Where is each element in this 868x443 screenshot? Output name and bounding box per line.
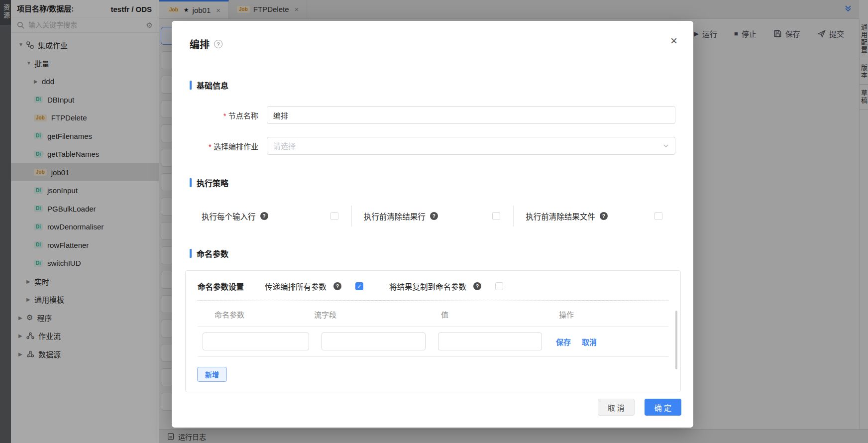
close-icon[interactable]: ×: [670, 35, 677, 47]
node-name-row: 节点名称: [190, 106, 675, 124]
strategy-checkbox[interactable]: [492, 212, 500, 220]
table-header-2: 流字段: [314, 309, 441, 320]
strategy-options: 执行每个输入行?执行前清除结果行?执行前清除结果文件?: [190, 206, 675, 226]
params-table-header: 命名参数流字段值操作: [198, 309, 668, 327]
help-icon[interactable]: ?: [214, 40, 222, 48]
strategy-option-1: 执行前清除结果行?: [351, 206, 514, 226]
strategy-checkbox[interactable]: [654, 212, 662, 220]
strategy-option-label: 执行前清除结果行?: [364, 211, 438, 222]
help-icon[interactable]: ?: [430, 212, 438, 220]
section-accent-bar: [190, 81, 192, 90]
strategy-checkbox[interactable]: [330, 212, 338, 220]
table-header-1: 命名参数: [215, 309, 314, 320]
strategy-option-label: 执行前清除结果文件?: [526, 211, 608, 222]
params-table-row: 保存 取消: [198, 327, 668, 357]
strategy-option-2: 执行前清除结果文件?: [513, 206, 675, 226]
help-icon[interactable]: ?: [333, 282, 341, 290]
named-params-panel: 命名参数设置 传递编排所有参数?✓将结果复制到命名参数? 命名参数流字段值操作 …: [185, 270, 681, 392]
params-option-checkbox[interactable]: [495, 282, 503, 290]
job-select[interactable]: [267, 137, 675, 155]
section-accent-bar: [190, 178, 192, 187]
table-header-4: 操作: [559, 309, 668, 320]
row-save-link[interactable]: 保存: [556, 336, 571, 347]
section-exec-strategy: 执行策略: [190, 177, 675, 189]
chevron-down-icon: [662, 142, 669, 149]
dotted-divider: [198, 300, 668, 301]
application-window: 资源 项目名称/数据层: testfr / ODS ⚙ ▼集成作业▼批量▶ddd…: [0, 0, 868, 443]
strategy-label: 执行每个输入行: [202, 211, 256, 222]
modal-confirm-button[interactable]: 确 定: [645, 399, 681, 416]
orchestration-modal: 编排 ? × 基础信息 节点名称 选择编排作业 执行策略 执行每个输入行?执行: [172, 21, 693, 428]
modal-title: 编排: [190, 37, 210, 51]
strategy-label: 执行前清除结果文件: [526, 211, 595, 222]
help-icon[interactable]: ?: [600, 212, 608, 220]
node-name-input[interactable]: [267, 106, 675, 124]
table-scrollbar[interactable]: [675, 311, 677, 369]
job-select-label: 选择编排作业: [190, 141, 258, 151]
job-select-row: 选择编排作业: [190, 137, 675, 155]
section-accent-bar: [190, 249, 192, 258]
param-name-input[interactable]: [203, 332, 309, 350]
add-row-button[interactable]: 新增: [197, 367, 227, 382]
params-option-checkbox[interactable]: ✓: [355, 282, 363, 290]
stream-field-input[interactable]: [322, 332, 426, 350]
params-settings-row: 命名参数设置 传递编排所有参数?✓将结果复制到命名参数?: [198, 281, 668, 292]
strategy-option-0: 执行每个输入行?: [190, 206, 351, 226]
params-settings-label: 命名参数设置: [198, 281, 244, 292]
row-cancel-link[interactable]: 取消: [582, 336, 597, 347]
help-icon[interactable]: ?: [473, 282, 481, 290]
strategy-option-label: 执行每个输入行?: [202, 211, 268, 222]
strategy-label: 执行前清除结果行: [364, 211, 426, 222]
params-option-label: 传递编排所有参数: [265, 281, 326, 292]
help-icon[interactable]: ?: [260, 212, 268, 220]
modal-cancel-button[interactable]: 取 消: [598, 399, 635, 416]
section-named-params: 命名参数: [190, 247, 675, 259]
value-input[interactable]: [438, 332, 542, 350]
section-basic-info: 基础信息: [190, 79, 675, 91]
params-option-label: 将结果复制到命名参数: [389, 281, 466, 292]
node-name-label: 节点名称: [190, 110, 258, 120]
table-header-3: 值: [441, 309, 559, 320]
